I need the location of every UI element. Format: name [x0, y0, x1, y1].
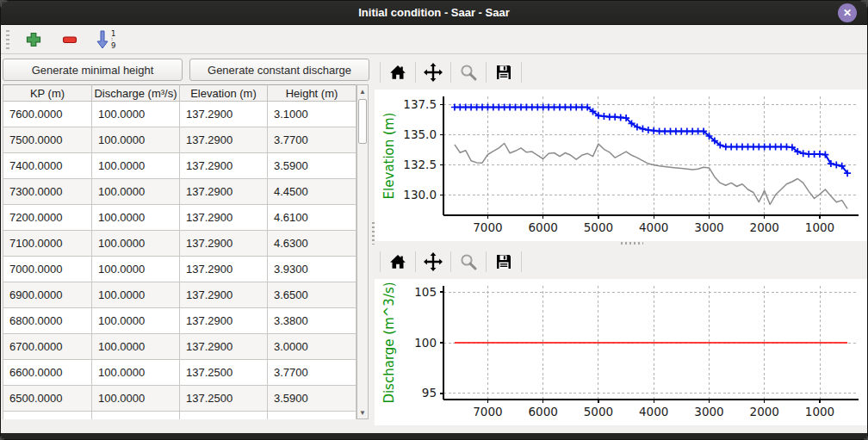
table-cell[interactable]: 7300.0000 — [3, 179, 92, 205]
table-cell[interactable]: 3.9300 — [268, 257, 356, 282]
table-cell[interactable]: 100.0000 — [92, 127, 180, 153]
table-cell[interactable]: 137.2900 — [180, 334, 268, 360]
table-cell[interactable]: 3.5900 — [268, 386, 356, 412]
table-cell[interactable]: 137.2900 — [180, 205, 268, 231]
table-row[interactable]: 7400.0000100.0000137.29003.5900 — [3, 153, 356, 179]
table-row[interactable]: 7100.0000100.0000137.29004.6300 — [3, 231, 356, 257]
table-cell[interactable] — [92, 412, 180, 420]
table-cell[interactable]: 6700.0000 — [3, 334, 92, 360]
table-cell[interactable]: 100.0000 — [92, 205, 180, 231]
scroll-up-arrow-icon[interactable]: ▲ — [357, 85, 368, 97]
table-cell[interactable] — [3, 412, 92, 420]
generate-minimal-height-button[interactable]: Generate minimal height — [3, 59, 183, 81]
sort-rows-button[interactable]: 1 : 9 — [94, 28, 123, 51]
scrollbar-track[interactable] — [357, 97, 368, 406]
table-cell[interactable]: 100.0000 — [92, 308, 180, 334]
table-cell[interactable]: 100.0000 — [92, 334, 180, 360]
table-cell[interactable]: 137.2900 — [180, 127, 268, 153]
table-cell[interactable]: 6900.0000 — [3, 282, 92, 308]
table-cell[interactable]: 3.0000 — [268, 334, 356, 360]
home-button[interactable] — [384, 250, 412, 274]
discharge-plot-canvas[interactable]: 700060005000400030002000100010510095Disc… — [375, 279, 867, 425]
save-button[interactable] — [490, 250, 518, 274]
table-cell[interactable]: 3.1000 — [268, 102, 356, 127]
remove-row-button[interactable] — [58, 28, 82, 51]
table-body: 7600.0000100.0000137.29003.10007500.0000… — [3, 102, 356, 420]
table-cell[interactable]: 3.7700 — [268, 360, 356, 386]
table-column-header[interactable]: Elevation (m) — [180, 85, 268, 102]
zoom-rect-button[interactable] — [455, 60, 482, 84]
svg-text:3000: 3000 — [694, 220, 723, 234]
table-cell[interactable]: 3.3800 — [268, 308, 356, 334]
table-row[interactable]: 6600.0000100.0000137.25003.7700 — [3, 360, 356, 386]
table-cell[interactable]: 6600.0000 — [3, 360, 92, 386]
pan-button[interactable] — [419, 60, 447, 84]
table-cell[interactable]: 7000.0000 — [3, 257, 92, 282]
table-row[interactable]: 7200.0000100.0000137.29004.6100 — [3, 205, 356, 231]
table-cell[interactable]: 7100.0000 — [3, 231, 92, 257]
table-cell[interactable]: 137.2900 — [180, 282, 268, 308]
table-row[interactable] — [3, 412, 356, 420]
table-scrollbar[interactable]: ▲ ▼ — [356, 84, 369, 419]
table-cell[interactable]: 137.2900 — [180, 308, 268, 334]
table-cell[interactable]: 137.2900 — [180, 231, 268, 257]
table-cell[interactable]: 4.6100 — [268, 205, 356, 231]
table-cell[interactable]: 100.0000 — [92, 386, 180, 412]
scroll-down-arrow-icon[interactable]: ▼ — [357, 406, 368, 418]
table-cell[interactable]: 3.6500 — [268, 282, 356, 308]
add-row-button[interactable] — [22, 28, 46, 51]
table-cell[interactable]: 7400.0000 — [3, 153, 92, 179]
table-cell[interactable]: 100.0000 — [92, 102, 180, 127]
table-cell[interactable]: 6800.0000 — [3, 308, 92, 334]
table-row[interactable]: 6500.0000100.0000137.25003.5900 — [3, 386, 356, 412]
table-row[interactable]: 7000.0000100.0000137.29003.9300 — [3, 257, 356, 282]
table-cell[interactable]: 100.0000 — [92, 360, 180, 386]
table-row[interactable]: 7600.0000100.0000137.29003.1000 — [3, 102, 356, 127]
table-cell[interactable]: 7600.0000 — [3, 102, 92, 127]
table-row[interactable]: 6900.0000100.0000137.29003.6500 — [3, 282, 356, 308]
table-row[interactable]: 6800.0000100.0000137.29003.3800 — [3, 308, 356, 334]
table-row[interactable]: 6700.0000100.0000137.29003.0000 — [3, 334, 356, 360]
table-cell[interactable]: 3.5900 — [268, 153, 356, 179]
table-cell[interactable]: 137.2900 — [180, 102, 268, 127]
zoom-rect-button[interactable] — [455, 250, 482, 274]
table-cell[interactable]: 7500.0000 — [3, 127, 92, 153]
table-cell[interactable]: 100.0000 — [92, 257, 180, 282]
table-cell[interactable]: 7200.0000 — [3, 205, 92, 231]
save-button[interactable] — [490, 60, 518, 84]
table-cell[interactable]: 137.2500 — [180, 360, 268, 386]
table-cell[interactable]: 3.7700 — [268, 127, 356, 153]
table-cell[interactable]: 4.6300 — [268, 231, 356, 257]
scrollbar-thumb[interactable] — [358, 99, 367, 144]
table-row[interactable]: 7300.0000100.0000137.29004.4500 — [3, 179, 356, 205]
pan-button[interactable] — [419, 250, 447, 274]
horizontal-splitter[interactable] — [375, 241, 867, 245]
table-cell[interactable]: 100.0000 — [92, 231, 180, 257]
elevation-chart[interactable]: 7000600050004000300020001000137.5135.013… — [375, 90, 867, 241]
svg-text:6000: 6000 — [529, 220, 558, 234]
table-column-header[interactable]: Height (m) — [268, 85, 356, 102]
table-cell[interactable] — [180, 412, 268, 420]
discharge-chart[interactable]: 700060005000400030002000100010510095Disc… — [375, 279, 867, 425]
table-cell[interactable]: 100.0000 — [92, 153, 180, 179]
table-cell[interactable]: 4.4500 — [268, 179, 356, 205]
table-column-header[interactable]: Discharge (m³/s) — [92, 85, 180, 102]
sort-bottom-digit: 9 — [111, 41, 115, 50]
generate-constant-discharge-button[interactable]: Generate constant discharge — [189, 59, 369, 81]
table-cell[interactable]: 100.0000 — [92, 282, 180, 308]
table-cell[interactable]: 137.2900 — [180, 257, 268, 282]
table-cell[interactable] — [268, 412, 356, 420]
table-cell[interactable]: 137.2900 — [180, 179, 268, 205]
elevation-plot-canvas[interactable]: 7000600050004000300020001000137.5135.013… — [375, 90, 867, 241]
toolbar-gripper[interactable] — [6, 30, 9, 49]
left-panel: Generate minimal height Generate constan… — [1, 54, 371, 433]
table-column-header[interactable]: KP (m) — [3, 85, 92, 102]
close-button[interactable]: ✕ — [838, 3, 857, 22]
table-cell[interactable]: 6500.0000 — [3, 386, 92, 412]
table-cell[interactable]: 100.0000 — [92, 179, 180, 205]
home-button[interactable] — [384, 60, 412, 84]
table-row[interactable]: 7500.0000100.0000137.29003.7700 — [3, 127, 356, 153]
table-cell[interactable]: 137.2900 — [180, 153, 268, 179]
table-cell[interactable]: 137.2500 — [180, 386, 268, 412]
svg-text:2000: 2000 — [750, 220, 779, 234]
